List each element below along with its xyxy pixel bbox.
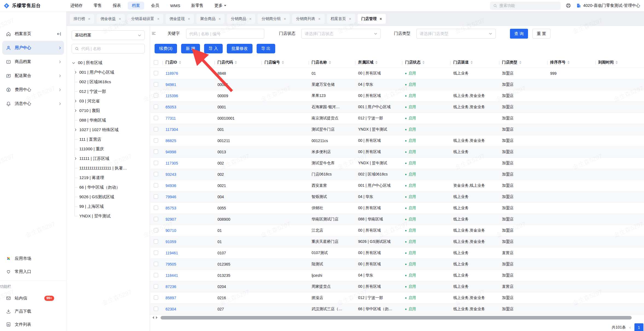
- store-id-link[interactable]: 94998: [163, 150, 214, 154]
- chevron-down-icon[interactable]: [72, 61, 76, 65]
- tree-root-node[interactable]: 00 | 所有区域: [72, 58, 145, 68]
- tab-档案首页[interactable]: 档案首页×: [327, 14, 355, 24]
- table-row[interactable]: 949980013米多便利店00 | 所有区域启用线上业务加盟店: [150, 146, 644, 158]
- sidebar-item-配送聚合[interactable]: 配送聚合: [0, 69, 66, 83]
- table-row[interactable]: 949360021西安直营001 | 用户中心区域启用资金业务,线上业务加盟店: [150, 180, 644, 191]
- sort-icon[interactable]: [179, 61, 181, 64]
- sidebar-item-消息中心[interactable]: 消息中心: [0, 97, 66, 111]
- table-row[interactable]: 79946004智烁测试04 | 华东启用线上业务加盟店: [150, 191, 644, 203]
- tab-分销基础设置[interactable]: 分销基础设置×: [127, 14, 163, 24]
- tree-node[interactable]: 002 | 区域0618cs: [79, 77, 145, 87]
- store-id-link[interactable]: 85753: [163, 206, 214, 210]
- nav-item-WMS[interactable]: WMS: [166, 2, 184, 9]
- row-checkbox[interactable]: [154, 228, 158, 232]
- store-id-link[interactable]: 86825: [163, 139, 214, 143]
- tab-分销商品[interactable]: 分销商品×: [227, 14, 255, 24]
- table-row[interactable]: 9105901重庆天星桥门店9026 | GS测试区域启用线上业务,资金业务加盟…: [150, 236, 644, 247]
- chevron-right-icon[interactable]: [74, 99, 77, 103]
- nav-item-更多[interactable]: 更多: [210, 2, 230, 10]
- store-id-link[interactable]: 79946: [163, 195, 214, 199]
- row-checkbox[interactable]: [154, 82, 158, 87]
- close-icon[interactable]: ×: [284, 17, 286, 21]
- row-checkbox[interactable]: [154, 127, 158, 131]
- table-row[interactable]: 117304001测试翌牛门店YNDX | 翌牛测试启用加盟店: [150, 124, 644, 135]
- reset-button[interactable]: 重 置: [532, 29, 550, 39]
- close-icon[interactable]: ×: [188, 17, 190, 21]
- search-button[interactable]: 查 询: [510, 29, 528, 39]
- store-id-link[interactable]: 77311: [163, 116, 214, 120]
- nav-item-零售[interactable]: 零售: [89, 2, 106, 10]
- tenant-switcher[interactable]: 4020-喜临门零食测试-管理中心: [576, 3, 640, 8]
- tree-node[interactable]: 11111 | 江苏区域: [79, 154, 145, 163]
- table-row[interactable]: 92907008900华南区测试门店088 | 华南区域启用线上业务加盟店: [150, 214, 644, 225]
- row-checkbox[interactable]: [154, 239, 158, 244]
- table-row[interactable]: 872360204周家提货点00 | 所有区域启用线上业务直营店: [150, 281, 644, 292]
- keyword-input[interactable]: [186, 29, 264, 39]
- row-checkbox[interactable]: [154, 105, 158, 109]
- store-id-link[interactable]: 117304: [163, 127, 214, 132]
- row-checkbox[interactable]: [154, 194, 158, 199]
- sort-icon[interactable]: [616, 61, 618, 64]
- sort-icon[interactable]: [329, 61, 331, 64]
- tree-node[interactable]: 111000 | 重庆: [79, 144, 145, 154]
- store-id-link[interactable]: 85897: [163, 296, 214, 300]
- row-checkbox[interactable]: [154, 206, 158, 210]
- store-id-link[interactable]: 118976: [163, 71, 214, 76]
- row-checkbox[interactable]: [154, 217, 158, 221]
- close-icon[interactable]: ×: [88, 17, 90, 21]
- tab-排行榜[interactable]: 排行榜×: [70, 14, 94, 24]
- store-id-link[interactable]: 94936: [163, 183, 214, 188]
- sidebar-item-文件列表[interactable]: 文件列表: [0, 318, 66, 331]
- tree-panel-toggle-icon[interactable]: [151, 31, 156, 36]
- table-row[interactable]: 7731100010001南京测试提货点012 | 宁波一部启用加盟店: [150, 113, 644, 124]
- store-id-link[interactable]: 90710: [163, 228, 214, 233]
- table-row[interactable]: 79505012365陆测试00 | 所有区域启用线上业务加盟店: [150, 259, 644, 270]
- action-button-导入[interactable]: 导 入: [204, 44, 223, 53]
- tree-node[interactable]: 012 | 宁波一部: [79, 87, 145, 96]
- row-checkbox[interactable]: [154, 116, 158, 120]
- table-row[interactable]: 11539600009果果12300 | 所有区域启用线上业务,资金业务加盟店: [150, 90, 644, 102]
- tree-node[interactable]: 1219 | 蒋道理: [79, 173, 145, 183]
- row-checkbox[interactable]: [154, 161, 158, 165]
- close-icon[interactable]: ×: [219, 17, 221, 21]
- nav-item-档案[interactable]: 档案: [128, 2, 144, 10]
- sidebar-item-常用入口[interactable]: 常用入口: [0, 265, 66, 278]
- nav-item-会员[interactable]: 会员: [147, 2, 163, 10]
- row-checkbox[interactable]: [154, 138, 158, 143]
- store-id-link[interactable]: 92907: [163, 217, 214, 221]
- store-id-link[interactable]: 117305: [163, 161, 214, 165]
- scrollbar-track[interactable]: [161, 316, 641, 320]
- chevron-right-icon[interactable]: [74, 157, 77, 160]
- scrollbar-thumb[interactable]: [161, 316, 632, 320]
- sidebar-item-产品下载[interactable]: 产品下载: [0, 305, 66, 318]
- current-page-button[interactable]: 1: [634, 323, 643, 331]
- store-id-link[interactable]: 62304: [163, 307, 214, 311]
- table-row[interactable]: 62304027武汉测试三店（…66 | 华中区域（勿…启用线上业务,资金业务加…: [150, 304, 644, 315]
- sidebar-item-应用市场[interactable]: 应用市场: [0, 252, 66, 265]
- close-icon[interactable]: ×: [380, 17, 382, 21]
- store-id-link[interactable]: 119461: [163, 251, 214, 255]
- tab-分销商分组[interactable]: 分销商分组×: [258, 14, 290, 24]
- tree-node[interactable]: 66 | 华中区域（勿动）: [79, 183, 145, 192]
- row-checkbox[interactable]: [154, 273, 158, 277]
- sort-icon[interactable]: [422, 61, 425, 64]
- tree-node[interactable]: 111 | 直营店: [79, 135, 145, 144]
- action-button-新增[interactable]: 新 增: [181, 44, 200, 53]
- table-row[interactable]: 118441013235ljceshi04 | 华东启用线上业务加盟店: [150, 270, 644, 281]
- printer-icon[interactable]: [565, 3, 571, 8]
- nav-item-报表[interactable]: 报表: [109, 2, 125, 10]
- tab-门店管理[interactable]: 门店管理×: [358, 14, 386, 24]
- store-id-link[interactable]: 65053: [163, 105, 214, 109]
- tree-node[interactable]: 99 | 上海区域: [79, 202, 145, 211]
- sort-icon[interactable]: [471, 61, 473, 64]
- sidebar-item-费用中心[interactable]: 费用中心: [0, 83, 66, 97]
- sort-icon[interactable]: [519, 61, 521, 64]
- scroll-right-icon[interactable]: [156, 316, 158, 319]
- table-row[interactable]: 9071001江北店00 | 所有区域启用线上业务,资金业务加盟店: [150, 225, 644, 236]
- table-row[interactable]: 86825001211001211cs00 | 所有区域启用线上业务,资金业务加…: [150, 135, 644, 146]
- store-id-link[interactable]: 115396: [163, 94, 214, 98]
- store-id-link[interactable]: 91059: [163, 240, 214, 244]
- table-row[interactable]: 93243002门店0618cs002 | 区域0618cs启用加盟店: [150, 169, 644, 180]
- store-id-link[interactable]: 118441: [163, 273, 214, 278]
- action-button-续费(3)[interactable]: 续费(3): [155, 44, 177, 53]
